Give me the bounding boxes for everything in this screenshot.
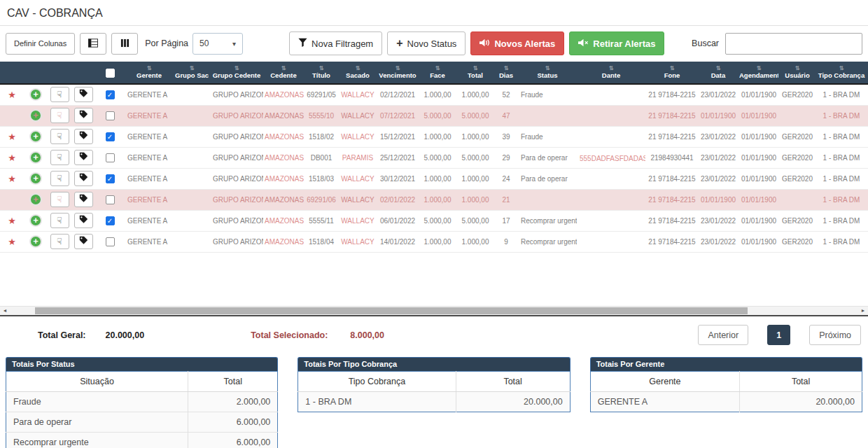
cell-grupo_cedente: GRUPO ARIZONA xyxy=(210,231,263,252)
cell-agendamento: 01/01/1900 xyxy=(738,210,780,231)
thumb-down-button[interactable]: ☟ xyxy=(50,87,69,102)
next-page-button[interactable]: Próximo xyxy=(809,325,861,345)
sort-icon[interactable]: ⇅ xyxy=(420,65,455,71)
sort-icon[interactable]: ⇅ xyxy=(340,65,375,71)
tag-button[interactable] xyxy=(74,129,93,144)
cell-dante xyxy=(577,231,645,252)
sort-icon[interactable]: ⇅ xyxy=(700,65,736,71)
add-icon[interactable]: + xyxy=(29,193,42,206)
row-checkbox[interactable] xyxy=(106,111,115,120)
thumb-down-button[interactable]: ☟ xyxy=(50,129,69,144)
tag-icon xyxy=(79,215,88,226)
new-status-button[interactable]: + Novo Status xyxy=(387,31,465,55)
sort-icon[interactable]: ⇅ xyxy=(816,65,867,71)
new-alerts-button[interactable]: Novos Alertas xyxy=(470,31,564,55)
sort-icon[interactable]: ⇅ xyxy=(458,65,493,71)
row-checkbox[interactable]: ✓ xyxy=(106,90,115,99)
sort-icon[interactable]: ⇅ xyxy=(175,65,209,71)
cell-gerente: GERENTE A xyxy=(125,210,174,231)
sort-icon[interactable]: ⇅ xyxy=(265,65,302,71)
scrollbar-track[interactable] xyxy=(10,307,858,315)
sort-icon[interactable]: ⇅ xyxy=(781,65,813,71)
cell-gerente: GERENTE A xyxy=(125,126,174,147)
row-checkbox[interactable]: ✓ xyxy=(106,216,115,225)
scroll-left-icon[interactable]: ◄ xyxy=(0,307,10,315)
columns-view-button[interactable] xyxy=(111,33,138,55)
select-all-checkbox[interactable] xyxy=(106,69,115,78)
thumb-down-button[interactable]: ☟ xyxy=(50,150,69,165)
star-icon[interactable]: ★ xyxy=(8,216,16,226)
table-row: ★+☟✓GERENTE AGRUPO ARIZONAAMAZONAS69291/… xyxy=(0,84,868,105)
summary-label: Fraude xyxy=(6,391,188,412)
grid-header-row: ⇅Gerente⇅Grupo Sacado⇅Grupo Cedente⇅Cede… xyxy=(0,62,868,84)
thumb-down-button[interactable]: ☟ xyxy=(50,108,69,123)
cell-grupo_cedente: GRUPO ARIZONA xyxy=(210,210,263,231)
add-icon[interactable]: + xyxy=(29,88,42,101)
search-input[interactable] xyxy=(725,33,862,55)
cell-status: Recomprar urgente xyxy=(518,210,577,231)
tag-button[interactable] xyxy=(74,213,93,228)
cell-dias: 21 xyxy=(494,189,518,210)
cell-dias: 24 xyxy=(494,168,518,189)
row-checkbox[interactable] xyxy=(106,153,115,162)
cell-dante xyxy=(577,189,645,210)
sort-icon[interactable]: ⇅ xyxy=(378,65,417,71)
per-page-select[interactable]: 50 ▾ xyxy=(192,33,243,55)
sort-icon[interactable]: ⇅ xyxy=(519,65,575,71)
summary-col-header: Total xyxy=(456,371,570,391)
new-filter-button[interactable]: Nova Filtragem xyxy=(289,31,382,55)
thumb-down-button[interactable]: ☟ xyxy=(50,213,69,228)
thumb-down-button[interactable]: ☟ xyxy=(50,234,69,249)
add-icon[interactable]: + xyxy=(29,214,42,227)
horizontal-scrollbar[interactable]: ◄ ► xyxy=(0,306,868,315)
remove-alerts-button[interactable]: Retirar Alertas xyxy=(569,31,664,55)
list-view-button[interactable] xyxy=(80,33,106,55)
tag-button[interactable] xyxy=(74,171,93,186)
column-header: ⇅Grupo Sacado xyxy=(174,62,210,84)
tag-button[interactable] xyxy=(74,234,93,249)
total-general-label: Total Geral: xyxy=(38,330,86,340)
sort-icon[interactable]: ⇅ xyxy=(126,65,172,71)
thumb-down-button[interactable]: ☟ xyxy=(50,192,69,207)
star-icon[interactable]: ★ xyxy=(8,237,16,247)
thumb-down-button[interactable]: ☟ xyxy=(50,171,69,186)
star-icon[interactable]: ★ xyxy=(8,174,16,184)
sort-icon[interactable]: ⇅ xyxy=(578,65,644,71)
sort-icon[interactable]: ⇅ xyxy=(739,65,778,71)
row-checkbox[interactable] xyxy=(106,195,115,204)
sort-icon[interactable]: ⇅ xyxy=(305,65,337,71)
row-checkbox[interactable]: ✓ xyxy=(106,174,115,183)
column-header: ⇅Cedente xyxy=(263,62,304,84)
add-icon[interactable]: + xyxy=(29,130,42,143)
thumb-cell: ☟ xyxy=(48,168,71,189)
thumb-cell: ☟ xyxy=(48,84,71,105)
row-checkbox[interactable] xyxy=(106,237,115,246)
tag-button[interactable] xyxy=(74,108,93,123)
list-view-icon xyxy=(88,38,98,49)
sort-icon[interactable]: ⇅ xyxy=(647,65,697,71)
sort-icon[interactable]: ⇅ xyxy=(211,65,262,71)
sort-icon[interactable]: ⇅ xyxy=(496,65,517,71)
previous-page-button[interactable]: Anterior xyxy=(698,325,748,345)
star-icon[interactable]: ★ xyxy=(8,153,16,163)
tag-button[interactable] xyxy=(74,150,93,165)
current-page-button[interactable]: 1 xyxy=(767,325,790,345)
scroll-right-icon[interactable]: ► xyxy=(858,307,868,315)
search-label: Buscar xyxy=(692,38,719,48)
table-row: ★+☟GERENTE AGRUPO ARIZONAAMAZONAS1518/04… xyxy=(0,231,868,252)
column-label: Face xyxy=(420,71,455,80)
row-checkbox[interactable]: ✓ xyxy=(106,132,115,141)
add-icon[interactable]: + xyxy=(29,172,42,185)
scrollbar-thumb[interactable] xyxy=(35,307,748,314)
cell-grupo_sacado xyxy=(174,231,210,252)
add-icon[interactable]: + xyxy=(29,109,42,122)
define-columns-button[interactable]: Definir Colunas xyxy=(6,33,75,55)
add-icon[interactable]: + xyxy=(29,151,42,164)
tag-button[interactable] xyxy=(74,192,93,207)
star-icon[interactable]: ★ xyxy=(8,132,16,142)
tag-button[interactable] xyxy=(74,87,93,102)
add-cell: + xyxy=(24,210,48,231)
star-icon[interactable]: ★ xyxy=(8,90,16,100)
add-icon[interactable]: + xyxy=(29,235,42,248)
cell-gerente: GERENTE A xyxy=(125,105,174,126)
